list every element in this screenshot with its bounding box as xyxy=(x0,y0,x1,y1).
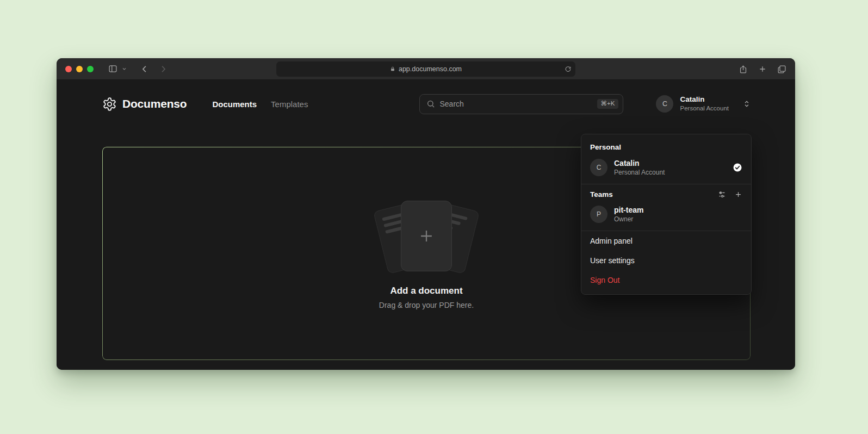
address-url: app.documenso.com xyxy=(399,65,462,73)
plus-icon xyxy=(758,65,767,73)
brand-link[interactable]: Documenso xyxy=(102,97,187,111)
browser-toolbar: app.documenso.com xyxy=(57,58,795,80)
lock-icon xyxy=(390,66,395,72)
dropzone-title: Add a document xyxy=(390,286,462,296)
toolbar-chevron-button[interactable] xyxy=(122,66,127,71)
back-button[interactable] xyxy=(140,64,150,74)
team-item[interactable]: P pit-team Owner xyxy=(581,203,751,231)
account-name: Catalin xyxy=(680,95,704,104)
team-avatar: P xyxy=(590,206,607,223)
app-header: Documenso Documents Templates ⌘+K C Cata… xyxy=(102,93,751,115)
minimize-button[interactable] xyxy=(76,66,83,72)
account-menu: Personal C Catalin Personal Account Team… xyxy=(581,134,752,295)
reload-button[interactable] xyxy=(565,66,572,73)
forward-button[interactable] xyxy=(158,64,168,74)
share-icon xyxy=(739,64,748,75)
account-type: Personal Account xyxy=(680,104,729,112)
personal-section-label: Personal xyxy=(581,138,751,156)
personal-account-name: Catalin xyxy=(614,158,726,168)
account-avatar: C xyxy=(656,95,673,113)
browser-window: app.documenso.com xyxy=(57,58,795,370)
teams-section-label: Teams xyxy=(590,190,613,199)
reload-icon xyxy=(565,66,572,73)
sidebar-icon xyxy=(108,64,118,73)
nav-templates[interactable]: Templates xyxy=(271,100,308,109)
team-settings-sliders-icon xyxy=(718,190,726,199)
personal-account-subtitle: Personal Account xyxy=(614,169,726,177)
add-document-plus-icon xyxy=(417,227,436,245)
documenso-logo-icon xyxy=(102,97,117,111)
tab-overview-button[interactable] xyxy=(777,65,786,74)
teams-section-header: Teams xyxy=(581,184,751,203)
dropzone-subtitle: Drag & drop your PDF here. xyxy=(379,301,474,309)
new-tab-button[interactable] xyxy=(758,65,767,73)
chevron-up-down-icon xyxy=(743,100,751,108)
main-nav: Documents Templates xyxy=(212,100,308,109)
nav-documents[interactable]: Documents xyxy=(212,100,257,109)
manage-teams-button[interactable] xyxy=(718,190,726,199)
search-box[interactable]: ⌘+K xyxy=(419,94,623,114)
brand-name: Documenso xyxy=(122,97,187,110)
tab-overview-icon xyxy=(777,65,786,74)
share-button[interactable] xyxy=(739,64,748,75)
personal-account-item[interactable]: C Catalin Personal Account xyxy=(581,156,751,184)
chevron-right-icon xyxy=(158,64,168,74)
window-controls xyxy=(65,66,94,72)
search-input[interactable] xyxy=(439,100,592,108)
add-team-plus-icon xyxy=(734,190,742,199)
menu-item-sign-out[interactable]: Sign Out xyxy=(581,270,751,290)
chevron-left-icon xyxy=(140,64,150,74)
search-icon xyxy=(426,100,435,108)
documenso-app: Documenso Documents Templates ⌘+K C Cata… xyxy=(57,93,795,370)
create-team-button[interactable] xyxy=(734,190,742,199)
account-text: Catalin Personal Account xyxy=(680,95,729,112)
menu-item-user-settings[interactable]: User settings xyxy=(581,251,751,270)
personal-account-text: Catalin Personal Account xyxy=(614,158,726,177)
zoom-button[interactable] xyxy=(87,66,94,72)
document-card-front xyxy=(401,201,452,271)
document-stack-illustration xyxy=(369,197,483,276)
team-item-text: pit-team Owner xyxy=(614,205,742,224)
team-name: pit-team xyxy=(614,205,742,215)
close-button[interactable] xyxy=(65,66,72,72)
team-role: Owner xyxy=(614,215,742,224)
toolbar-right-actions xyxy=(739,58,786,80)
chevron-down-icon xyxy=(122,66,127,71)
account-menu-button[interactable]: C Catalin Personal Account xyxy=(656,95,751,113)
menu-item-admin-panel[interactable]: Admin panel xyxy=(581,231,751,251)
desktop-background: { "browser": { "url": "app.documenso.com… xyxy=(0,0,868,434)
sidebar-toggle-button[interactable] xyxy=(108,64,118,73)
search-shortcut-badge: ⌘+K xyxy=(597,99,619,109)
personal-avatar: C xyxy=(590,159,607,176)
dropzone-content: Add a document Drag & drop your PDF here… xyxy=(369,197,483,309)
selected-check-icon xyxy=(733,163,742,172)
address-bar[interactable]: app.documenso.com xyxy=(276,61,575,77)
